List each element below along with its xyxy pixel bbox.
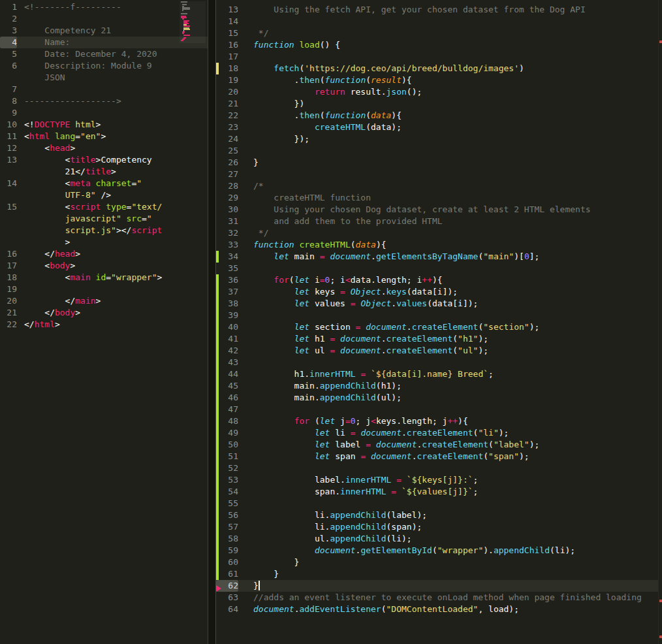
line-number[interactable]: 37	[216, 286, 238, 298]
line-number[interactable]: 30	[216, 204, 238, 216]
line-number[interactable]: 1	[0, 1, 17, 13]
code-line[interactable]: 1<!-------f---------	[0, 1, 208, 13]
code-line[interactable]: 55	[216, 498, 658, 509]
code-line[interactable]: 13 <title>Competency	[0, 154, 208, 166]
line-number[interactable]: 17	[0, 260, 17, 272]
code-line[interactable]: 16 </head>	[0, 248, 208, 260]
line-number[interactable]: 9	[0, 107, 17, 119]
line-number[interactable]: 6	[0, 60, 17, 72]
code-line[interactable]: 40 let section = document.createElement(…	[216, 321, 658, 333]
code-line[interactable]: 59 document.getElementById("wrapper").ap…	[216, 545, 658, 556]
line-number[interactable]: 21	[0, 307, 17, 319]
code-line[interactable]: 10<!DOCTYPE html>	[0, 119, 208, 131]
minimap[interactable]	[180, 1, 206, 43]
line-number[interactable]: 32	[216, 227, 238, 239]
code-line[interactable]: 39	[216, 310, 658, 321]
code-line[interactable]: 62}	[216, 580, 658, 592]
code-line[interactable]: 19	[0, 283, 208, 295]
code-line[interactable]: 17 <body>	[0, 260, 208, 272]
code-line[interactable]: javascript" src="	[0, 213, 208, 225]
code-line[interactable]: 34 let main = document.getElementsByTagN…	[216, 251, 658, 263]
code-line[interactable]: 53 label.innerHTML = `${keys[j]}:`;	[216, 474, 658, 486]
line-number[interactable]: 64	[216, 604, 238, 615]
line-number[interactable]: 51	[216, 451, 238, 462]
code-line[interactable]: 54 span.innerHTML = `${values[j]}`;	[216, 486, 658, 498]
line-number[interactable]: 18	[0, 272, 17, 283]
code-line[interactable]: 25	[216, 145, 658, 157]
code-line[interactable]: script.js"></script	[0, 225, 208, 236]
line-number[interactable]: 31	[216, 216, 238, 227]
code-line[interactable]: 13 Using the fetch API, get your chosen …	[216, 4, 658, 16]
code-line[interactable]: 21 })	[216, 98, 658, 110]
line-number[interactable]: 56	[216, 509, 238, 521]
line-number[interactable]: 16	[216, 39, 238, 51]
right-editor-pane[interactable]: 13 Using the fetch API, get your chosen …	[216, 0, 658, 644]
line-number[interactable]: 17	[216, 51, 238, 63]
code-line[interactable]: 15 <script type="text/	[0, 201, 208, 213]
code-line[interactable]: 24 });	[216, 133, 658, 145]
code-line[interactable]: 8------------------>	[0, 95, 208, 107]
line-number[interactable]: 16	[0, 248, 17, 260]
line-number[interactable]: 14	[0, 178, 17, 189]
code-line[interactable]: UTF-8" />	[0, 189, 208, 201]
code-line[interactable]: 30 Using your chosen Dog dataset, create…	[216, 204, 658, 216]
line-number[interactable]: 18	[216, 63, 238, 74]
code-line[interactable]: 9	[0, 107, 208, 119]
line-number[interactable]: 8	[0, 95, 17, 107]
line-number[interactable]: 15	[0, 201, 17, 213]
line-number[interactable]: 23	[216, 121, 238, 133]
line-number[interactable]: 39	[216, 310, 238, 321]
code-line[interactable]: 50 let label = document.createElement("l…	[216, 439, 658, 451]
code-line[interactable]: 12 <head>	[0, 142, 208, 154]
line-number[interactable]: 11	[0, 131, 17, 142]
line-number[interactable]: 20	[216, 86, 238, 98]
line-number[interactable]: 22	[216, 110, 238, 121]
line-number[interactable]: 20	[0, 295, 17, 307]
code-line[interactable]: 42 let ul = document.createElement("ul")…	[216, 345, 658, 357]
line-number[interactable]: 38	[216, 298, 238, 310]
line-number[interactable]	[0, 213, 17, 225]
code-line[interactable]: 60 }	[216, 556, 658, 568]
code-line[interactable]: 46 main.appendChild(ul);	[216, 392, 658, 404]
line-number[interactable]: 40	[216, 321, 238, 333]
line-number[interactable]: 61	[216, 568, 238, 580]
code-line[interactable]: 29 createHTML function	[216, 192, 658, 204]
line-number[interactable]: 42	[216, 345, 238, 357]
line-number[interactable]: 59	[216, 545, 238, 556]
code-line[interactable]: 35	[216, 263, 658, 274]
code-line[interactable]: 44 h1.innerHTML = `${data[i].name} Breed…	[216, 368, 658, 380]
code-line[interactable]: 18 fetch('https://dog.ceo/api/breed/bull…	[216, 63, 658, 74]
code-line[interactable]: 61 }	[216, 568, 658, 580]
code-line[interactable]: 21 </body>	[0, 307, 208, 319]
code-line[interactable]: 52	[216, 462, 658, 474]
line-number[interactable]: 13	[0, 154, 17, 166]
code-line[interactable]: 27	[216, 169, 658, 180]
code-line[interactable]: 37 let keys = Object.keys(data[i]);	[216, 286, 658, 298]
code-line[interactable]: 5 Date: December 4, 2020	[0, 48, 208, 60]
pane-divider[interactable]	[208, 0, 216, 644]
line-number[interactable]: 4	[0, 37, 17, 48]
line-number[interactable]: 15	[216, 27, 238, 39]
code-line[interactable]: 21</title>	[0, 166, 208, 178]
code-line[interactable]: 31 and add them to the provided HTML	[216, 216, 658, 227]
code-line[interactable]: 47	[216, 404, 658, 415]
line-number[interactable]: 41	[216, 333, 238, 345]
line-number[interactable]: 29	[216, 192, 238, 204]
line-number[interactable]: 45	[216, 380, 238, 392]
line-number[interactable]: 13	[216, 4, 238, 16]
code-line[interactable]: 15 */	[216, 27, 658, 39]
line-number[interactable]: 28	[216, 180, 238, 192]
line-number[interactable]: 35	[216, 263, 238, 274]
code-line[interactable]: 33function createHTML(data){	[216, 239, 658, 251]
line-number[interactable]: 55	[216, 498, 238, 509]
code-line[interactable]: 49 let li = document.createElement("li")…	[216, 427, 658, 439]
line-number[interactable]: 19	[216, 74, 238, 86]
code-line[interactable]: 17	[216, 51, 658, 63]
line-number[interactable]: 5	[0, 48, 17, 60]
code-line[interactable]: 26}	[216, 157, 658, 169]
line-number[interactable]	[0, 72, 17, 84]
code-line[interactable]: 14	[216, 16, 658, 27]
code-line[interactable]: 22 .then(function(data){	[216, 110, 658, 121]
line-number[interactable]: 50	[216, 439, 238, 451]
code-line[interactable]: 20 </main>	[0, 295, 208, 307]
